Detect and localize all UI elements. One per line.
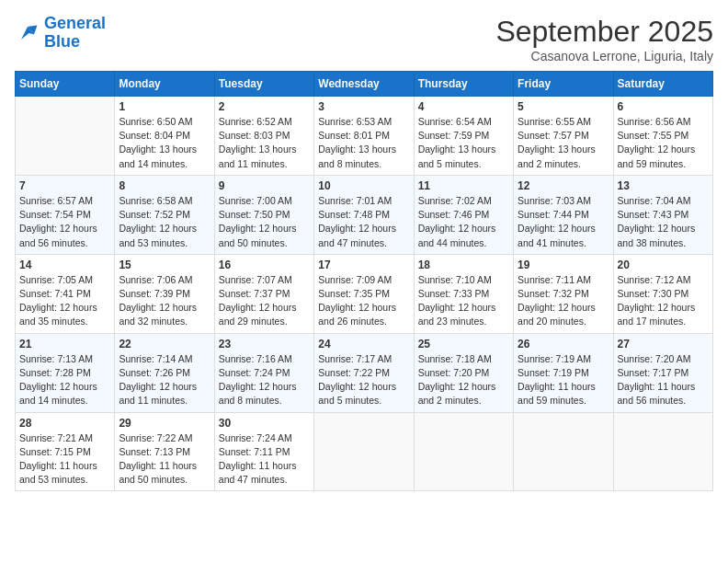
day-info: Sunrise: 7:02 AM Sunset: 7:46 PM Dayligh… xyxy=(418,194,509,250)
calendar-day: 2Sunrise: 6:52 AM Sunset: 8:03 PM Daylig… xyxy=(214,97,313,176)
calendar-day: 12Sunrise: 7:03 AM Sunset: 7:44 PM Dayli… xyxy=(514,175,613,254)
day-info: Sunrise: 7:07 AM Sunset: 7:37 PM Dayligh… xyxy=(219,273,310,329)
calendar-day: 23Sunrise: 7:16 AM Sunset: 7:24 PM Dayli… xyxy=(214,333,313,412)
day-header-sunday: Sunday xyxy=(16,72,115,97)
calendar-day: 16Sunrise: 7:07 AM Sunset: 7:37 PM Dayli… xyxy=(214,254,313,333)
day-number: 7 xyxy=(19,179,110,192)
calendar-day xyxy=(16,97,115,176)
day-number: 22 xyxy=(119,338,210,350)
calendar-day: 14Sunrise: 7:05 AM Sunset: 7:41 PM Dayli… xyxy=(16,254,115,333)
calendar-day: 7Sunrise: 6:57 AM Sunset: 7:54 PM Daylig… xyxy=(16,175,115,254)
calendar-day: 21Sunrise: 7:13 AM Sunset: 7:28 PM Dayli… xyxy=(16,333,115,412)
day-header-tuesday: Tuesday xyxy=(214,72,313,97)
day-info: Sunrise: 7:00 AM Sunset: 7:50 PM Dayligh… xyxy=(219,194,310,250)
day-number: 25 xyxy=(418,338,509,350)
day-info: Sunrise: 6:58 AM Sunset: 7:52 PM Dayligh… xyxy=(119,194,210,250)
day-info: Sunrise: 7:01 AM Sunset: 7:48 PM Dayligh… xyxy=(318,194,409,250)
day-info: Sunrise: 6:54 AM Sunset: 7:59 PM Dayligh… xyxy=(418,115,509,171)
day-info: Sunrise: 7:12 AM Sunset: 7:30 PM Dayligh… xyxy=(618,273,709,329)
day-number: 29 xyxy=(119,417,210,430)
logo-bird-icon xyxy=(15,20,40,46)
day-info: Sunrise: 7:22 AM Sunset: 7:13 PM Dayligh… xyxy=(119,431,210,488)
day-info: Sunrise: 7:11 AM Sunset: 7:32 PM Dayligh… xyxy=(518,273,609,329)
calendar-day: 26Sunrise: 7:19 AM Sunset: 7:19 PM Dayli… xyxy=(514,333,613,412)
calendar-day: 18Sunrise: 7:10 AM Sunset: 7:33 PM Dayli… xyxy=(414,254,513,333)
day-number: 6 xyxy=(618,100,709,113)
calendar-day: 10Sunrise: 7:01 AM Sunset: 7:48 PM Dayli… xyxy=(314,175,414,254)
calendar-day xyxy=(514,412,613,491)
day-info: Sunrise: 7:19 AM Sunset: 7:19 PM Dayligh… xyxy=(518,352,609,408)
day-header-wednesday: Wednesday xyxy=(314,72,414,97)
logo-text: General Blue xyxy=(44,15,106,52)
day-number: 21 xyxy=(19,338,110,350)
day-number: 19 xyxy=(518,259,609,271)
day-info: Sunrise: 6:53 AM Sunset: 8:01 PM Dayligh… xyxy=(318,115,409,171)
page-header: General Blue September 2025 Casanova Ler… xyxy=(15,15,713,63)
day-info: Sunrise: 7:06 AM Sunset: 7:39 PM Dayligh… xyxy=(119,273,210,329)
calendar-day: 13Sunrise: 7:04 AM Sunset: 7:43 PM Dayli… xyxy=(613,175,712,254)
day-info: Sunrise: 7:21 AM Sunset: 7:15 PM Dayligh… xyxy=(19,431,110,488)
day-number: 18 xyxy=(418,259,509,271)
day-info: Sunrise: 7:17 AM Sunset: 7:22 PM Dayligh… xyxy=(318,352,409,408)
day-number: 3 xyxy=(318,100,409,113)
calendar-week-4: 21Sunrise: 7:13 AM Sunset: 7:28 PM Dayli… xyxy=(16,333,713,412)
day-header-thursday: Thursday xyxy=(414,72,513,97)
calendar-day: 24Sunrise: 7:17 AM Sunset: 7:22 PM Dayli… xyxy=(314,333,414,412)
day-number: 26 xyxy=(518,338,609,350)
calendar-day: 6Sunrise: 6:56 AM Sunset: 7:55 PM Daylig… xyxy=(613,97,712,176)
day-info: Sunrise: 7:13 AM Sunset: 7:28 PM Dayligh… xyxy=(19,352,110,408)
day-number: 24 xyxy=(318,338,409,350)
day-number: 1 xyxy=(119,100,210,113)
day-number: 14 xyxy=(19,259,110,271)
day-number: 5 xyxy=(518,100,609,113)
calendar-table: SundayMondayTuesdayWednesdayThursdayFrid… xyxy=(15,71,713,491)
day-info: Sunrise: 6:50 AM Sunset: 8:04 PM Dayligh… xyxy=(119,115,210,171)
day-info: Sunrise: 6:52 AM Sunset: 8:03 PM Dayligh… xyxy=(219,115,310,171)
calendar-day: 11Sunrise: 7:02 AM Sunset: 7:46 PM Dayli… xyxy=(414,175,513,254)
day-number: 16 xyxy=(219,259,310,271)
day-number: 4 xyxy=(418,100,509,113)
calendar-day: 4Sunrise: 6:54 AM Sunset: 7:59 PM Daylig… xyxy=(414,97,513,176)
day-number: 13 xyxy=(618,179,709,192)
calendar-day: 25Sunrise: 7:18 AM Sunset: 7:20 PM Dayli… xyxy=(414,333,513,412)
calendar-day: 22Sunrise: 7:14 AM Sunset: 7:26 PM Dayli… xyxy=(115,333,214,412)
calendar-week-5: 28Sunrise: 7:21 AM Sunset: 7:15 PM Dayli… xyxy=(16,412,713,491)
calendar-day: 27Sunrise: 7:20 AM Sunset: 7:17 PM Dayli… xyxy=(613,333,712,412)
day-number: 8 xyxy=(119,179,210,192)
calendar-day: 15Sunrise: 7:06 AM Sunset: 7:39 PM Dayli… xyxy=(115,254,214,333)
day-info: Sunrise: 7:14 AM Sunset: 7:26 PM Dayligh… xyxy=(119,352,210,408)
calendar-day: 29Sunrise: 7:22 AM Sunset: 7:13 PM Dayli… xyxy=(115,412,214,491)
day-number: 20 xyxy=(618,259,709,271)
day-info: Sunrise: 6:57 AM Sunset: 7:54 PM Dayligh… xyxy=(19,194,110,250)
day-number: 15 xyxy=(119,259,210,271)
day-header-monday: Monday xyxy=(115,72,214,97)
day-info: Sunrise: 7:16 AM Sunset: 7:24 PM Dayligh… xyxy=(219,352,310,408)
day-info: Sunrise: 7:05 AM Sunset: 7:41 PM Dayligh… xyxy=(19,273,110,329)
day-info: Sunrise: 7:20 AM Sunset: 7:17 PM Dayligh… xyxy=(618,352,709,408)
title-block: September 2025 Casanova Lerrone, Liguria… xyxy=(495,15,713,63)
day-number: 28 xyxy=(19,417,110,430)
logo: General Blue xyxy=(15,15,106,52)
day-info: Sunrise: 7:24 AM Sunset: 7:11 PM Dayligh… xyxy=(219,431,310,488)
calendar-day: 8Sunrise: 6:58 AM Sunset: 7:52 PM Daylig… xyxy=(115,175,214,254)
day-number: 30 xyxy=(219,417,310,430)
day-number: 10 xyxy=(318,179,409,192)
calendar-day: 17Sunrise: 7:09 AM Sunset: 7:35 PM Dayli… xyxy=(314,254,414,333)
day-number: 2 xyxy=(219,100,310,113)
calendar-header-row: SundayMondayTuesdayWednesdayThursdayFrid… xyxy=(16,72,713,97)
calendar-day: 3Sunrise: 6:53 AM Sunset: 8:01 PM Daylig… xyxy=(314,97,414,176)
day-info: Sunrise: 7:04 AM Sunset: 7:43 PM Dayligh… xyxy=(618,194,709,250)
calendar-day: 28Sunrise: 7:21 AM Sunset: 7:15 PM Dayli… xyxy=(16,412,115,491)
day-info: Sunrise: 7:09 AM Sunset: 7:35 PM Dayligh… xyxy=(318,273,409,329)
calendar-week-1: 1Sunrise: 6:50 AM Sunset: 8:04 PM Daylig… xyxy=(16,97,713,176)
calendar-day: 20Sunrise: 7:12 AM Sunset: 7:30 PM Dayli… xyxy=(613,254,712,333)
month-title: September 2025 xyxy=(495,15,713,49)
calendar-body: 1Sunrise: 6:50 AM Sunset: 8:04 PM Daylig… xyxy=(16,97,713,491)
calendar-day xyxy=(613,412,712,491)
day-header-friday: Friday xyxy=(514,72,613,97)
day-info: Sunrise: 7:18 AM Sunset: 7:20 PM Dayligh… xyxy=(418,352,509,408)
calendar-week-3: 14Sunrise: 7:05 AM Sunset: 7:41 PM Dayli… xyxy=(16,254,713,333)
calendar-day: 9Sunrise: 7:00 AM Sunset: 7:50 PM Daylig… xyxy=(214,175,313,254)
calendar-day: 30Sunrise: 7:24 AM Sunset: 7:11 PM Dayli… xyxy=(214,412,313,491)
day-number: 12 xyxy=(518,179,609,192)
